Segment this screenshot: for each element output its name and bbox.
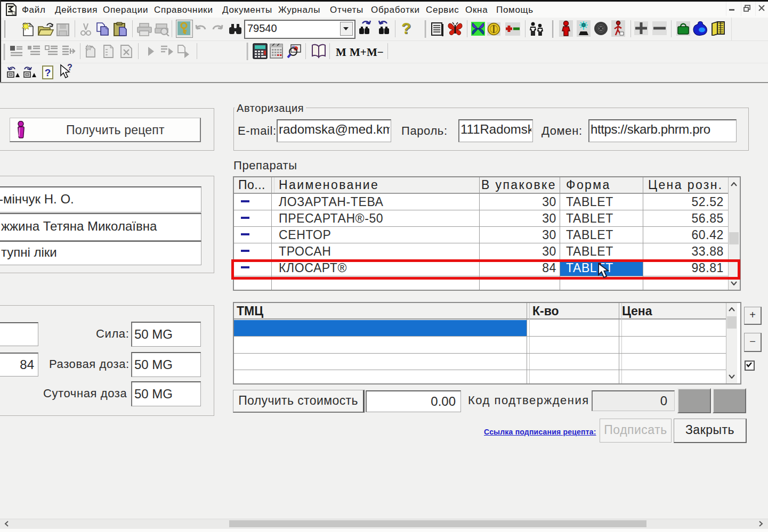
svg-text:?: ? (45, 67, 51, 78)
svg-text:?: ? (67, 64, 72, 72)
